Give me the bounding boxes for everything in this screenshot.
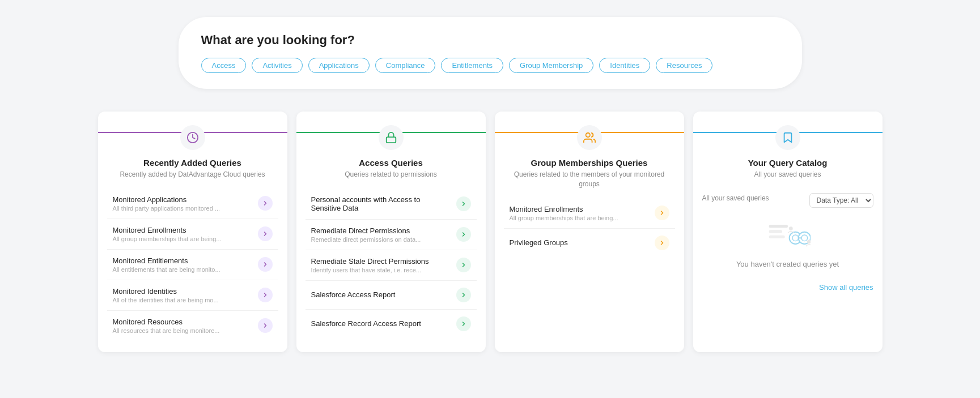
catalog-info: All your saved queries [702,193,769,202]
chevron-button[interactable] [258,257,273,272]
card-subtitle-group-memberships: Queries related to the members of your m… [506,170,673,189]
chevron-button[interactable] [655,206,669,220]
chevron-button[interactable] [258,318,273,333]
svg-rect-1 [386,137,396,143]
data-type-select[interactable]: Data Type: All [809,193,873,208]
query-text: Monitored Applications All third party a… [113,195,253,212]
chevron-button[interactable] [456,227,471,242]
card-header-recently-added: Recently Added Queries Recently added by… [98,112,287,189]
query-name: Personal accounts with Access to Sensiti… [311,195,452,212]
chevron-button[interactable] [258,226,273,241]
query-list-access-queries: Personal accounts with Access to Sensiti… [296,189,486,338]
list-item[interactable]: Remediate Stale Direct Permissions Ident… [306,250,477,281]
query-desc: All group memberships that are being... [113,236,253,242]
chevron-button[interactable] [258,288,273,302]
filter-tag-identities[interactable]: Identities [599,58,650,73]
query-name: Remediate Stale Direct Permissions [311,257,452,266]
query-name: Remediate Direct Permissions [311,226,452,235]
list-item[interactable]: Monitored Enrollments All group membersh… [504,198,675,229]
card-query-catalog: Your Query Catalog All your saved querie… [693,112,883,352]
filter-tag-resources[interactable]: Resources [656,58,712,73]
svg-rect-3 [769,225,787,228]
query-text: Privileged Groups [510,238,650,247]
card-icon-bookmark [775,125,800,150]
list-item[interactable]: Privileged Groups [504,229,675,257]
query-list-group-memberships: Monitored Enrollments All group membersh… [495,198,684,257]
query-text: Monitored Identities All of the identiti… [113,287,253,303]
query-text: Monitored Enrollments All group membersh… [113,226,253,242]
filter-tag-entitlements[interactable]: Entitlements [441,58,503,73]
cards-section: Recently Added Queries Recently added by… [94,112,887,352]
card-subtitle-query-catalog: All your saved queries [705,170,871,179]
query-name: Monitored Enrollments [510,205,650,213]
list-item[interactable]: Remediate Direct Permissions Remediate d… [306,220,477,250]
card-icon-clock [180,125,205,150]
query-desc: All of the identities that are being mo.… [113,297,253,303]
query-name: Salesforce Access Report [311,290,452,299]
query-desc: All third party applications monitored .… [113,205,253,212]
chevron-button[interactable] [456,288,471,302]
catalog-header: All your saved queries Data Type: All [693,193,883,208]
chevron-button[interactable] [655,236,669,250]
svg-point-11 [789,226,793,230]
chevron-button[interactable] [456,316,471,331]
card-access-queries: Access Queries Queries related to permis… [296,112,486,352]
chevron-button[interactable] [456,258,471,272]
query-desc: Remediate direct permissions on data... [311,236,452,243]
query-desc: All group memberships that are being... [510,215,650,221]
card-group-memberships: Group Memberships Queries Queries relate… [495,112,684,352]
svg-rect-5 [769,235,784,238]
list-item[interactable]: Personal accounts with Access to Sensiti… [306,189,477,220]
filter-tags-container: AccessActivitiesApplicationsComplianceEn… [201,58,779,73]
query-text: Monitored Entitlements All entitlements … [113,256,253,273]
catalog-subtitle: All your saved queries [702,194,769,202]
query-name: Monitored Entitlements [113,256,253,265]
list-item[interactable]: Salesforce Record Access Report [306,310,477,338]
empty-text: You haven't created queries yet [736,260,839,268]
query-name: Monitored Enrollments [113,226,253,234]
filter-tag-applications[interactable]: Applications [308,58,370,73]
filter-tag-compliance[interactable]: Compliance [375,58,436,73]
query-text: Salesforce Access Report [311,290,452,299]
card-title-access-queries: Access Queries [308,158,474,168]
card-title-query-catalog: Your Query Catalog [705,158,871,168]
query-text: Monitored Enrollments All group membersh… [510,205,650,221]
chevron-button[interactable] [456,196,471,211]
card-subtitle-recently-added: Recently added by DatAdvantage Cloud que… [109,170,276,179]
filter-tag-access[interactable]: Access [201,58,247,73]
query-text: Remediate Direct Permissions Remediate d… [311,226,452,243]
svg-rect-4 [769,230,782,233]
list-item[interactable]: Salesforce Access Report [306,281,477,310]
card-header-access-queries: Access Queries Queries related to permis… [296,112,486,189]
list-item[interactable]: Monitored Applications All third party a… [107,189,278,219]
query-text: Monitored Resources All resources that a… [113,318,253,334]
query-text: Personal accounts with Access to Sensiti… [311,195,452,212]
empty-state: You haven't created queries yet [693,208,883,283]
filter-tag-group-membership[interactable]: Group Membership [509,58,593,73]
card-title-recently-added: Recently Added Queries [109,158,276,168]
query-name: Monitored Identities [113,287,253,296]
list-item[interactable]: Monitored Resources All resources that a… [107,311,278,341]
query-desc: All entitlements that are being monito..… [113,266,253,273]
list-item[interactable]: Monitored Entitlements All entitlements … [107,250,278,280]
query-name: Monitored Applications [113,195,253,204]
empty-illustration [765,219,811,253]
filter-tag-activities[interactable]: Activities [252,58,302,73]
card-title-group-memberships: Group Memberships Queries [506,158,673,168]
show-all-queries-link[interactable]: Show all queries [693,283,883,292]
card-header-group-memberships: Group Memberships Queries Queries relate… [495,112,684,198]
search-title: What are you looking for? [201,33,779,48]
card-icon-group [577,125,602,150]
chevron-button[interactable] [258,196,273,211]
card-recently-added: Recently Added Queries Recently added by… [98,112,287,352]
search-section: What are you looking for? AccessActiviti… [179,17,802,89]
card-header-query-catalog: Your Query Catalog All your saved querie… [693,112,883,189]
list-item[interactable]: Monitored Enrollments All group membersh… [107,219,278,250]
card-subtitle-access-queries: Queries related to permissions [308,170,474,179]
svg-point-2 [586,133,589,137]
query-list-recently-added: Monitored Applications All third party a… [98,189,287,341]
query-name: Monitored Resources [113,318,253,326]
query-text: Remediate Stale Direct Permissions Ident… [311,257,452,273]
query-desc: Identify users that have stale, i.e. rec… [311,267,452,273]
list-item[interactable]: Monitored Identities All of the identiti… [107,280,278,311]
